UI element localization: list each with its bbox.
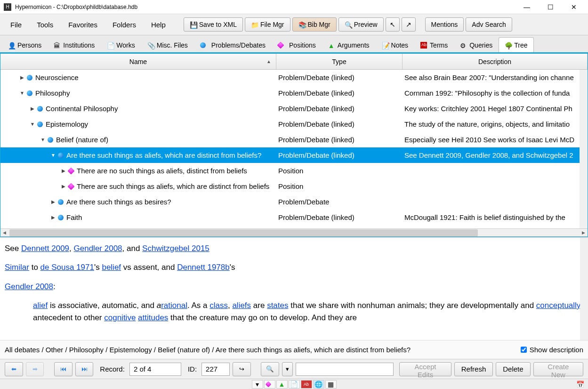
scroll-left-icon[interactable]: ◀	[0, 229, 8, 237]
link-dennett-2009[interactable]: Dennett 2009	[21, 244, 69, 253]
sb-web-icon[interactable]: 🌐	[313, 380, 324, 389]
tree-expander[interactable]: ▶	[50, 215, 56, 220]
tree-expander[interactable]: ▶	[61, 168, 66, 173]
tab-persons[interactable]: 👤Persons	[2, 37, 48, 52]
nav-back-button[interactable]: ⬅	[5, 362, 23, 376]
tree-expander[interactable]: ▶	[30, 106, 35, 111]
link-rational[interactable]: rational	[161, 301, 187, 310]
adv-search-button[interactable]: Adv Search	[466, 17, 512, 32]
menu-file[interactable]: File	[4, 19, 28, 31]
id-label: ID:	[188, 365, 197, 373]
col-name[interactable]: Name▲	[0, 54, 276, 69]
nav-forward-button[interactable]: ➡	[26, 362, 44, 376]
link-belief[interactable]: belief	[102, 263, 121, 272]
sb-dropdown[interactable]: ▾	[252, 380, 263, 389]
search-button[interactable]: 🔍	[261, 362, 279, 376]
link-attitudes[interactable]: attitudes	[138, 313, 168, 322]
nav-last-button[interactable]: ⏭	[75, 362, 94, 376]
tree-row[interactable]: ▶FaithProblem/Debate (linked)McDougall 1…	[0, 210, 588, 225]
tree-expander[interactable]: ▼	[19, 90, 25, 96]
pointer-tool-a[interactable]: ↖	[386, 17, 400, 32]
sb-note-icon[interactable]: 📄	[289, 380, 300, 389]
col-type[interactable]: Type	[276, 54, 403, 69]
sb-term-icon[interactable]: Ab	[301, 380, 312, 389]
bib-mgr-button[interactable]: 📚Bib Mgr	[292, 17, 337, 32]
tree-expander[interactable]: ▶	[61, 184, 66, 189]
tree-expander[interactable]: ▶	[19, 75, 25, 80]
tab-queries[interactable]: ⚙Queries	[454, 37, 499, 52]
link-cognitive[interactable]: cognitive	[104, 313, 136, 322]
minimize-button[interactable]: —	[520, 2, 533, 12]
save-to-xml-button[interactable]: 💾Save to XML	[184, 17, 243, 32]
filemgr-icon: 📁	[251, 21, 258, 28]
refresh-button[interactable]: Refresh	[454, 362, 493, 376]
link-conceptually[interactable]: conceptually	[536, 301, 581, 310]
desc-vscroll[interactable]	[580, 238, 588, 340]
link-gendler-2008-b[interactable]: Gendler 2008	[5, 282, 53, 291]
search-field[interactable]	[296, 363, 394, 376]
menu-folders[interactable]: Folders	[106, 19, 143, 31]
tab-tree[interactable]: 🌳Tree	[499, 37, 533, 52]
tree-row[interactable]: ▼EpistemologyProblem/Debate (linked)The …	[0, 116, 588, 132]
tree-expander[interactable]: ▼	[30, 122, 35, 127]
sb-calendar-icon[interactable]: 📅	[576, 381, 584, 388]
link-schwitzgebel-2015[interactable]: Schwitzgebel 2015	[142, 244, 209, 253]
delete-button[interactable]: Delete	[496, 362, 530, 376]
create-new-button[interactable]: Create New	[533, 362, 583, 376]
tab-institutions[interactable]: 🏛Institutions	[48, 37, 101, 52]
tree-row[interactable]: ▶There are no such things as aliefs, dis…	[0, 163, 588, 178]
menu-favorites[interactable]: Favorites	[62, 19, 104, 31]
link-alief[interactable]: alief	[33, 301, 48, 310]
go-button[interactable]: ↪	[233, 362, 251, 376]
tree-row[interactable]: ▶Are there such things as besires?Proble…	[0, 194, 588, 210]
sb-window-icon[interactable]: ▦	[325, 380, 337, 389]
tab-notes[interactable]: 📝Notes	[376, 37, 415, 52]
search-dropdown-button[interactable]: ▾	[282, 362, 293, 376]
menu-tools[interactable]: Tools	[30, 19, 60, 31]
accept-edits-button[interactable]: Accept Edits	[399, 362, 451, 376]
term-icon: Ab	[420, 42, 427, 49]
tab-terms[interactable]: AbTerms	[414, 37, 454, 52]
description-pane[interactable]: See Dennett 2009, Gendler 2008, and Schw…	[0, 237, 588, 340]
tree-row[interactable]: ▶NeuroscienceProblem/Debate (linked)See …	[0, 70, 588, 85]
link-aliefs[interactable]: aliefs	[232, 301, 251, 310]
tree-row[interactable]: ▼Are there such things as aliefs, which …	[0, 147, 588, 163]
menu-help[interactable]: Help	[145, 19, 172, 31]
sb-argument-icon[interactable]: ▲	[276, 380, 288, 389]
link-similar[interactable]: Similar	[5, 263, 29, 272]
tree-row[interactable]: ▼PhilosophyProblem/Debate (linked)Cornma…	[0, 85, 588, 101]
tree-row[interactable]: ▶There are such things as aliefs, which …	[0, 178, 588, 194]
tree-hscroll[interactable]: ◀ ▶	[0, 228, 588, 236]
scroll-thumb[interactable]	[9, 229, 478, 236]
mentions-button[interactable]: Mentions	[425, 17, 464, 32]
tree-expander[interactable]: ▼	[40, 137, 46, 142]
id-field[interactable]	[201, 363, 230, 376]
link-states[interactable]: states	[267, 301, 288, 310]
tree-body[interactable]: ▶NeuroscienceProblem/Debate (linked)See …	[0, 70, 588, 228]
record-field[interactable]	[129, 363, 181, 376]
link-dennett-1978b[interactable]: Dennett 1978b	[177, 263, 230, 272]
show-description-checkbox[interactable]: Show description	[521, 346, 583, 354]
link-de-sousa-1971[interactable]: de Sousa 1971	[40, 263, 94, 272]
sb-position-icon[interactable]	[264, 380, 275, 389]
tree-expander[interactable]: ▼	[50, 153, 56, 158]
tab-misc-files[interactable]: 📎Misc. Files	[141, 37, 194, 52]
link-gendler-2008[interactable]: Gendler 2008	[74, 244, 122, 253]
tab-works[interactable]: 📄Works	[101, 37, 141, 52]
tab-positions[interactable]: Positions	[272, 37, 322, 52]
tab-arguments[interactable]: ▲Arguments	[322, 37, 376, 52]
close-button[interactable]: ✕	[567, 2, 580, 12]
col-desc[interactable]: Description	[403, 54, 588, 69]
nav-first-button[interactable]: ⏮	[54, 362, 72, 376]
tab-problems-debates[interactable]: Problems/Debates	[194, 37, 272, 52]
maximize-button[interactable]: ☐	[544, 2, 557, 12]
link-class[interactable]: class	[209, 301, 228, 310]
scroll-right-icon[interactable]: ▶	[580, 229, 588, 237]
tree-vscroll[interactable]	[580, 70, 588, 228]
file-mgr-button[interactable]: 📁File Mgr	[245, 17, 290, 32]
pointer-tool-b[interactable]: ↗	[402, 17, 416, 32]
tree-row[interactable]: ▼Belief (nature of)Problem/Debate (linke…	[0, 132, 588, 147]
tree-expander[interactable]: ▶	[50, 199, 56, 204]
tree-row[interactable]: ▶Continental PhilosophyProblem/Debate (l…	[0, 101, 588, 116]
preview-button[interactable]: 🔍Preview	[338, 17, 384, 32]
